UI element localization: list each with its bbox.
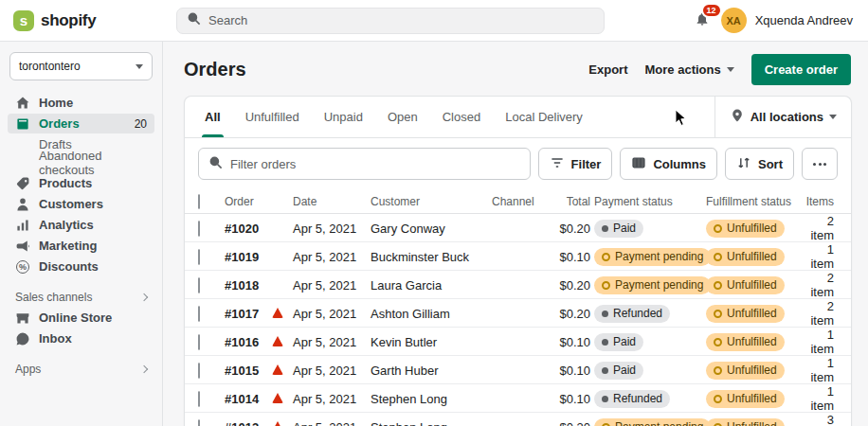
col-order[interactable]: Order bbox=[225, 195, 272, 208]
apps-header[interactable]: Apps bbox=[15, 363, 147, 376]
order-date: Apr 5, 2021 bbox=[293, 420, 371, 426]
col-total[interactable]: Total bbox=[539, 195, 594, 208]
sidebar-item-discounts[interactable]: % Discounts bbox=[8, 257, 154, 276]
col-fulfillment-status[interactable]: Fulfillment status bbox=[706, 195, 803, 208]
table-row[interactable]: #1016 Apr 5, 2021 Kevin Butler $0.10 Pai… bbox=[185, 328, 851, 356]
tab-all[interactable]: All bbox=[192, 97, 233, 137]
sort-button[interactable]: Sort bbox=[725, 148, 794, 180]
filter-button[interactable]: Filter bbox=[538, 148, 613, 180]
table-row[interactable]: #1019 Apr 5, 2021 Buckminster Buck $0.10… bbox=[185, 242, 851, 271]
filter-orders-field[interactable] bbox=[198, 148, 531, 180]
ring-icon bbox=[602, 253, 610, 261]
row-checkbox[interactable] bbox=[198, 306, 200, 322]
sidebar-item-online-store[interactable]: Online Store bbox=[8, 308, 154, 328]
ring-icon bbox=[714, 366, 722, 375]
fulfillment-status-badge: Unfulfilled bbox=[706, 305, 785, 323]
table-row[interactable]: #1014 Apr 5, 2021 Stephen Long $0.10 Ref… bbox=[185, 384, 851, 413]
columns-button[interactable]: Columns bbox=[620, 148, 717, 180]
filter-orders-input[interactable] bbox=[230, 157, 520, 171]
export-button[interactable]: Export bbox=[588, 62, 627, 77]
row-checkbox[interactable] bbox=[198, 277, 200, 293]
warning-icon bbox=[272, 393, 283, 403]
payment-status-badge: Paid bbox=[594, 333, 643, 351]
order-total: $0.20 bbox=[539, 278, 594, 293]
warning-icon bbox=[272, 308, 283, 318]
items-count: 2 item bbox=[803, 299, 838, 328]
chat-icon bbox=[15, 331, 30, 346]
items-count: 2 item bbox=[803, 271, 838, 299]
col-items[interactable]: Items bbox=[803, 195, 838, 208]
order-date: Apr 5, 2021 bbox=[293, 278, 371, 293]
sales-channels-header[interactable]: Sales channels bbox=[15, 291, 147, 304]
more-actions-button[interactable]: More actions bbox=[645, 62, 734, 77]
row-checkbox[interactable] bbox=[198, 334, 200, 350]
col-date[interactable]: Date bbox=[293, 195, 371, 208]
orders-count-badge: 20 bbox=[135, 117, 147, 131]
row-checkbox[interactable] bbox=[198, 221, 200, 237]
location-pin-icon bbox=[730, 108, 745, 126]
store-selector[interactable]: torontontero bbox=[9, 52, 153, 80]
payment-status-badge: Payment pending bbox=[594, 276, 711, 294]
row-checkbox[interactable] bbox=[198, 419, 200, 426]
order-number[interactable]: #1020 bbox=[225, 222, 272, 236]
locations-selector[interactable]: All locations bbox=[714, 97, 851, 137]
row-checkbox[interactable] bbox=[198, 363, 200, 379]
more-options-button[interactable] bbox=[802, 148, 838, 180]
order-number[interactable]: #1014 bbox=[225, 392, 272, 406]
tab-local-delivery[interactable]: Local Delivery bbox=[493, 97, 595, 137]
chevron-right-icon bbox=[140, 293, 148, 301]
sidebar-item-marketing[interactable]: Marketing bbox=[8, 236, 154, 256]
table-row[interactable]: #1020 Apr 5, 2021 Gary Conway $0.20 Paid… bbox=[185, 214, 851, 242]
order-date: Apr 5, 2021 bbox=[293, 307, 371, 321]
select-all-checkbox[interactable] bbox=[198, 194, 200, 209]
funnel-icon bbox=[550, 155, 565, 173]
order-number[interactable]: #1016 bbox=[225, 335, 272, 349]
order-number[interactable]: #1019 bbox=[225, 250, 272, 264]
create-order-button[interactable]: Create order bbox=[751, 54, 851, 85]
order-number[interactable]: #1013 bbox=[225, 420, 272, 426]
order-number[interactable]: #1017 bbox=[225, 307, 272, 321]
ellipsis-icon bbox=[813, 163, 826, 166]
table-row[interactable]: #1013 Apr 5, 2021 Stephen Long $0.30 Pay… bbox=[185, 413, 851, 426]
notifications-button[interactable]: 12 bbox=[692, 10, 713, 31]
row-checkbox[interactable] bbox=[198, 249, 200, 265]
shopify-logo[interactable]: s shopify bbox=[0, 10, 163, 31]
tab-unpaid[interactable]: Unpaid bbox=[312, 97, 375, 137]
global-search[interactable] bbox=[176, 8, 605, 34]
dot-icon bbox=[602, 396, 608, 402]
global-search-input[interactable] bbox=[208, 13, 594, 27]
table-row[interactable]: #1017 Apr 5, 2021 Ashton Gilliam $0.20 R… bbox=[185, 299, 851, 328]
main-content: Orders Export More actions Create order … bbox=[163, 42, 868, 426]
order-date: Apr 5, 2021 bbox=[293, 335, 371, 349]
fulfillment-status-badge: Unfulfilled bbox=[706, 248, 785, 266]
storefront-icon bbox=[15, 311, 30, 326]
shopify-bag-icon: s bbox=[13, 10, 34, 31]
row-checkbox[interactable] bbox=[198, 391, 200, 407]
tab-unfulfilled[interactable]: Unfulfilled bbox=[233, 97, 312, 137]
avatar[interactable]: XA bbox=[721, 8, 747, 33]
items-count: 1 item bbox=[803, 328, 838, 356]
table-row[interactable]: #1015 Apr 5, 2021 Garth Huber $0.10 Paid… bbox=[185, 356, 851, 384]
bar-chart-icon bbox=[15, 218, 30, 233]
tab-open[interactable]: Open bbox=[375, 97, 430, 137]
sidebar-item-analytics[interactable]: Analytics bbox=[8, 215, 154, 235]
table-row[interactable]: #1018 Apr 5, 2021 Laura Garcia $0.20 Pay… bbox=[185, 271, 851, 299]
sidebar-item-home[interactable]: Home bbox=[8, 93, 154, 113]
tab-closed[interactable]: Closed bbox=[430, 97, 493, 137]
user-name[interactable]: Xquenda Andreev bbox=[755, 13, 853, 27]
percent-icon: % bbox=[15, 259, 30, 275]
col-payment-status[interactable]: Payment status bbox=[594, 195, 706, 208]
sidebar-item-inbox[interactable]: Inbox bbox=[8, 328, 154, 348]
warning-icon bbox=[272, 364, 283, 375]
chevron-down-icon bbox=[727, 67, 734, 72]
orders-card: All Unfulfilled Unpaid Open Closed Local… bbox=[184, 96, 852, 426]
col-channel[interactable]: Channel bbox=[492, 195, 539, 208]
home-icon bbox=[15, 96, 30, 111]
sidebar-item-abandoned-checkouts[interactable]: Abandoned checkouts bbox=[8, 153, 154, 172]
order-number[interactable]: #1018 bbox=[225, 278, 272, 293]
sidebar-item-orders[interactable]: Orders 20 bbox=[8, 114, 154, 133]
order-date: Apr 5, 2021 bbox=[293, 392, 371, 406]
col-customer[interactable]: Customer bbox=[371, 195, 492, 208]
order-number[interactable]: #1015 bbox=[225, 364, 272, 378]
sidebar-item-customers[interactable]: Customers bbox=[8, 194, 154, 214]
